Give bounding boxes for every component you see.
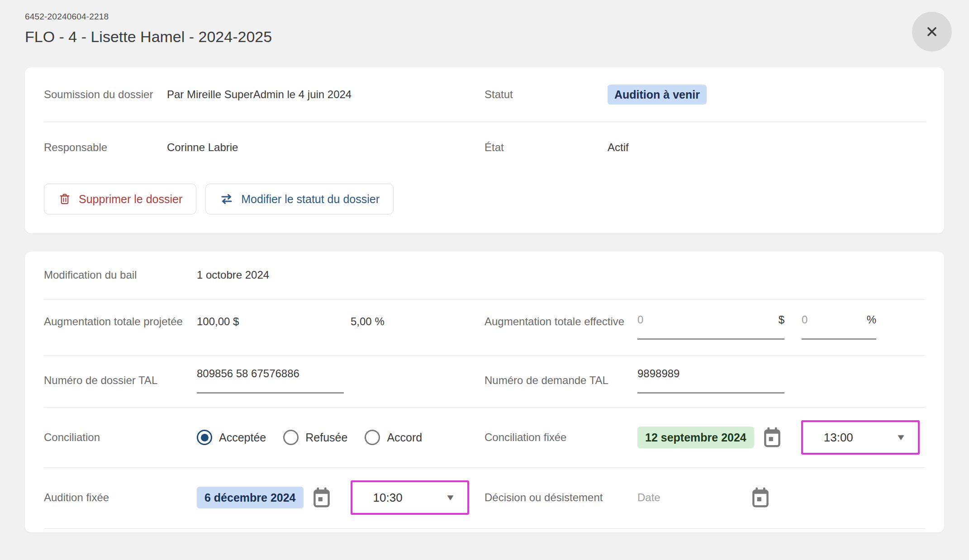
calendar-icon[interactable] xyxy=(312,486,332,509)
decision-date-placeholder[interactable]: Date xyxy=(637,491,742,504)
state-label: État xyxy=(484,139,608,156)
effective-amount-field-wrap: $ xyxy=(637,313,784,340)
projected-increase-percent: 5,00 % xyxy=(351,313,385,330)
effective-amount-input[interactable] xyxy=(637,313,775,326)
tal-request-number-label: Numéro de demande TAL xyxy=(484,372,637,389)
tal-request-number-input[interactable] xyxy=(637,367,784,380)
conciliation-date-value[interactable]: 12 septembre 2024 xyxy=(637,427,754,448)
status-label: Statut xyxy=(484,86,608,103)
tal-file-number-field-wrap xyxy=(197,367,344,394)
page-header: 6452-20240604-2218 FLO - 4 - Lisette Ham… xyxy=(0,0,969,46)
conciliation-label: Conciliation xyxy=(44,429,197,446)
projected-increase-label: Augmentation totale projetée xyxy=(44,313,197,330)
tal-file-number-input[interactable] xyxy=(197,367,344,380)
responsible-state-row: Responsable Corinne Labrie État Actif xyxy=(44,122,925,173)
close-button[interactable] xyxy=(912,12,952,52)
decision-label: Décision ou désistement xyxy=(484,489,637,506)
page-title: FLO - 4 - Lisette Hamel - 2024-2025 xyxy=(25,28,944,46)
lease-modification-value: 1 octobre 2024 xyxy=(197,267,269,283)
radio-label: Refusée xyxy=(305,431,347,444)
dollar-suffix: $ xyxy=(775,313,784,326)
summary-card: Soumission du dossier Par Mireille Super… xyxy=(25,67,944,233)
radio-option-accord[interactable]: Accord xyxy=(365,430,422,445)
trash-icon xyxy=(58,192,71,206)
calendar-icon[interactable] xyxy=(762,426,782,449)
tal-request-number-field-wrap xyxy=(637,367,784,394)
delete-case-label: Supprimer le dossier xyxy=(79,193,182,206)
conciliation-time-value: 13:00 xyxy=(824,431,853,445)
case-number: 6452-20240604-2218 xyxy=(25,12,944,22)
audition-decision-row: Audition fixée 6 décembre 2024 10:30 ▼ xyxy=(44,468,925,529)
decision-date-field: Date xyxy=(637,486,770,509)
radio-unchecked-icon xyxy=(283,430,299,445)
radio-label: Acceptée xyxy=(219,431,266,444)
audition-time-value: 10:30 xyxy=(373,491,403,505)
submission-label: Soumission du dossier xyxy=(44,86,167,103)
effective-increase-label: Augmentation totale effective xyxy=(484,313,637,330)
summary-actions: Supprimer le dossier Modifier le statut … xyxy=(44,173,925,233)
chevron-down-icon: ▼ xyxy=(445,493,456,503)
delete-case-button[interactable]: Supprimer le dossier xyxy=(44,184,196,214)
lease-modification-label: Modification du bail xyxy=(44,267,197,283)
radio-label: Accord xyxy=(387,431,422,444)
audition-date-field: 6 décembre 2024 10:30 ▼ xyxy=(197,480,469,515)
submission-value: Par Mireille SuperAdmin le 4 juin 2024 xyxy=(167,86,352,103)
audition-time-select[interactable]: 10:30 ▼ xyxy=(351,480,469,515)
radio-option-acceptee[interactable]: Acceptée xyxy=(197,430,266,445)
responsible-value: Corinne Labrie xyxy=(167,139,238,156)
conciliation-time-select[interactable]: 13:00 ▼ xyxy=(801,420,920,455)
increase-row: Augmentation totale projetée 100,00 $ 5,… xyxy=(44,300,925,356)
percent-suffix: % xyxy=(863,313,876,326)
swap-arrows-icon xyxy=(219,192,234,206)
conciliation-date-label: Conciliation fixée xyxy=(484,429,637,446)
calendar-icon[interactable] xyxy=(750,486,770,509)
conciliation-radio-group: Acceptée Refusée Accord xyxy=(197,430,422,445)
radio-unchecked-icon xyxy=(365,430,380,445)
submission-status-row: Soumission du dossier Par Mireille Super… xyxy=(44,67,925,122)
conciliation-date-field: 12 septembre 2024 13:00 ▼ xyxy=(637,420,920,455)
change-status-button[interactable]: Modifier le statut du dossier xyxy=(205,184,394,214)
responsible-label: Responsable xyxy=(44,139,167,156)
details-card: Modification du bail 1 octobre 2024 Augm… xyxy=(25,252,944,532)
audition-date-value[interactable]: 6 décembre 2024 xyxy=(197,487,304,508)
effective-percent-field-wrap: % xyxy=(802,313,876,340)
status-badge: Audition à venir xyxy=(608,85,707,104)
radio-checked-icon xyxy=(197,430,212,445)
projected-increase-amount: 100,00 $ xyxy=(197,313,351,330)
audition-date-label: Audition fixée xyxy=(44,489,197,506)
state-value: Actif xyxy=(608,139,629,156)
radio-option-refusee[interactable]: Refusée xyxy=(283,430,347,445)
chevron-down-icon: ▼ xyxy=(896,432,907,442)
conciliation-row: Conciliation Acceptée Refusée Accord xyxy=(44,408,925,468)
close-icon xyxy=(924,24,940,40)
effective-percent-input[interactable] xyxy=(802,313,863,326)
tal-numbers-row: Numéro de dossier TAL Numéro de demande … xyxy=(44,356,925,408)
change-status-label: Modifier le statut du dossier xyxy=(241,193,380,206)
lease-modification-row: Modification du bail 1 octobre 2024 xyxy=(44,252,925,300)
case-detail-page: 6452-20240604-2218 FLO - 4 - Lisette Ham… xyxy=(0,0,969,560)
tal-file-number-label: Numéro de dossier TAL xyxy=(44,372,197,389)
